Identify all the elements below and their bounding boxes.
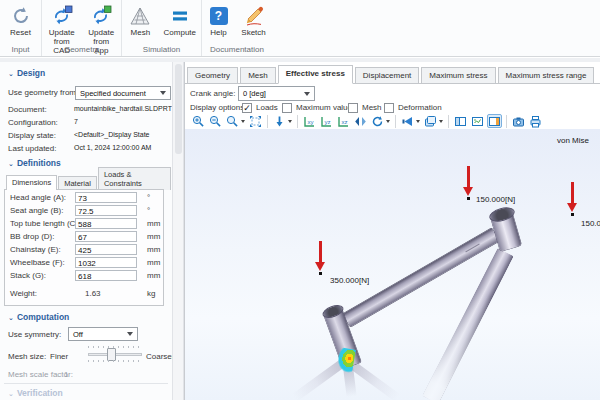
sketch-button[interactable]: Sketch [237, 4, 270, 38]
ribbon: Reset Input Update from CAD Update from … [0, 0, 600, 57]
view-xz-icon[interactable]: xz [336, 114, 351, 128]
computation-section-header[interactable]: ⌄Computation [8, 312, 69, 322]
bb-drop-input[interactable]: 67 [75, 231, 137, 242]
ribbon-group-label: Simulation [122, 45, 201, 54]
tab-effective-stress[interactable]: Effective stress [278, 65, 353, 84]
coarser-label: Coarser [146, 352, 172, 361]
ribbon-group-label: Input [0, 45, 41, 54]
rotate-view-icon[interactable] [370, 114, 385, 128]
transparency-icon[interactable] [400, 114, 415, 128]
load-label: 150.000[N] [476, 195, 515, 204]
configuration-label: Configuration: [8, 118, 58, 127]
verification-section-header[interactable]: ⌄Verification [8, 388, 63, 398]
go-to-default-view-icon[interactable] [272, 114, 287, 128]
deformation-checkbox[interactable] [384, 103, 394, 113]
graphics-canvas[interactable]: von Mise [185, 129, 600, 400]
tab-mesh[interactable]: Mesh [240, 67, 276, 83]
wheelbase-unit: mm [147, 258, 160, 267]
zoom-box-icon[interactable] [225, 114, 240, 128]
definitions-tabs: Dimensions Material Loads & Constraints [6, 174, 172, 190]
compute-button[interactable]: Compute [161, 4, 199, 38]
loads-checkbox[interactable]: ✓ [242, 103, 252, 113]
zoom-out-icon[interactable] [208, 114, 223, 128]
head-angle-unit: ° [147, 193, 150, 202]
wheelbase-input[interactable]: 1032 [75, 257, 137, 268]
scrollbar-thumb[interactable] [175, 64, 182, 154]
chevron-down-icon[interactable] [416, 120, 420, 123]
flip-view-icon[interactable] [353, 114, 368, 128]
update-from-app-icon [90, 5, 112, 27]
chevron-down-icon[interactable] [439, 120, 443, 123]
design-section-header[interactable]: ⌄Design [8, 68, 45, 78]
snapshot-icon[interactable] [511, 114, 526, 128]
tab-material[interactable]: Material [58, 176, 97, 190]
chainstay-input[interactable]: 425 [75, 244, 137, 255]
mesh-checkbox-label[interactable]: Mesh [362, 103, 382, 112]
sidebar-scrollbar[interactable] [172, 62, 184, 400]
print-icon[interactable] [528, 114, 543, 128]
display-options-label: Display options: [190, 103, 246, 112]
document-label: Document: [8, 105, 47, 114]
ribbon-group-label: Geometry [42, 45, 121, 54]
use-geometry-from-label: Use geometry from: [8, 88, 78, 97]
chevron-down-icon: ⌄ [8, 314, 14, 321]
chevron-down-icon[interactable] [288, 120, 292, 123]
scene-light-icon[interactable] [423, 114, 438, 128]
head-angle-input[interactable]: 73 [75, 192, 137, 203]
zoom-extents-icon[interactable] [248, 114, 263, 128]
display-state-label: Display state: [8, 131, 56, 140]
deformation-checkbox-label[interactable]: Deformation [398, 103, 442, 112]
load-label: 150.0 [581, 219, 600, 228]
svg-text:yz: yz [325, 119, 331, 125]
result-tabs: Geometry Mesh Effective stress Displacem… [185, 63, 600, 84]
loads-checkbox-label[interactable]: Loads [256, 103, 278, 112]
definitions-section-header[interactable]: ⌄Definitions [8, 158, 61, 168]
ribbon-group-geometry: Update from CAD Update from App Geometry [42, 0, 122, 56]
tab-loads-constraints[interactable]: Loads & Constraints [98, 167, 171, 190]
maximum-value-checkbox[interactable] [282, 103, 292, 113]
stress-fringe [332, 346, 356, 373]
seat-angle-label: Seat angle (B): [10, 206, 63, 215]
mesh-checkbox[interactable] [348, 103, 358, 113]
maximum-value-checkbox-label[interactable]: Maximum value [296, 103, 352, 112]
sketch-label: Sketch [241, 28, 265, 37]
tab-maximum-stress[interactable]: Maximum stress [421, 67, 495, 83]
last-updated-label: Last updated: [8, 144, 56, 153]
weight-unit: kg [147, 289, 155, 298]
crank-angle-dropdown[interactable]: 0 [deg] [238, 86, 315, 101]
head-angle-label: Head angle (A): [10, 193, 66, 202]
main-panel: Geometry Mesh Effective stress Displacem… [184, 62, 600, 400]
mesh-icon [129, 5, 151, 27]
stack-input[interactable]: 618 [75, 270, 137, 281]
tab-displacement[interactable]: Displacement [355, 67, 419, 83]
chevron-down-icon[interactable] [241, 120, 245, 123]
help-button[interactable]: ? Help [204, 4, 233, 38]
chevron-down-icon[interactable] [386, 120, 390, 123]
stack-label: Stack (G): [10, 271, 46, 280]
configuration-value: 7 [74, 118, 78, 125]
view-yz-icon[interactable]: yz [319, 114, 334, 128]
top-tube-length-input[interactable]: 588 [75, 218, 137, 229]
split-view-icon[interactable] [453, 114, 468, 128]
use-geometry-from-dropdown[interactable]: Specified document [75, 86, 171, 100]
plot-legend-icon[interactable] [470, 114, 485, 128]
chevron-down-icon [304, 92, 310, 96]
mesh-button[interactable]: Mesh [124, 4, 157, 38]
seat-angle-input[interactable]: 72.5 [75, 205, 137, 216]
chainstay-label: Chainstay (E): [10, 245, 61, 254]
tab-maximum-stress-range[interactable]: Maximum stress range [498, 67, 595, 83]
color-legend-icon[interactable] [487, 114, 502, 128]
zoom-in-icon[interactable] [191, 114, 206, 128]
view-xy-icon[interactable]: xy [302, 114, 317, 128]
tab-dimensions[interactable]: Dimensions [6, 175, 57, 190]
load-arrow [315, 241, 326, 275]
last-updated-value: Oct 1, 2024 12:00:00 AM [74, 144, 151, 151]
toolbar-separator [506, 115, 507, 128]
load-arrow [463, 166, 474, 200]
tab-geometry[interactable]: Geometry [187, 67, 238, 83]
use-symmetry-dropdown[interactable]: Off [68, 327, 138, 341]
finer-label: Finer [50, 352, 68, 361]
toolbar-separator [267, 115, 268, 128]
reset-button[interactable]: Reset [8, 4, 34, 38]
document-value: mountainbike_hardtail.SLDPRT [74, 105, 172, 112]
